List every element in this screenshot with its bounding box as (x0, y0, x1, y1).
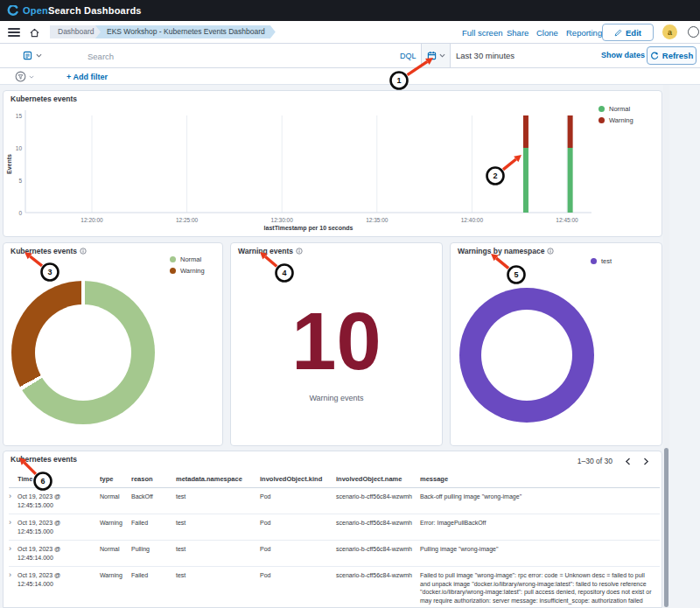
saved-query-menu[interactable] (23, 51, 42, 60)
chart-legend: NormalWarning (598, 105, 634, 124)
help-icon[interactable] (688, 26, 699, 38)
x-axis-title: lastTimestamp per 10 seconds (264, 225, 354, 232)
chevron-down-icon (29, 75, 34, 79)
column-header-type[interactable]: type (100, 471, 131, 488)
sort-descending-icon[interactable]: ▼ (34, 475, 38, 480)
x-tick-label: 12:20:00 (80, 217, 103, 223)
x-tick-label: 12:40:00 (461, 217, 484, 223)
expand-row-icon[interactable]: › (9, 570, 11, 579)
panel-kubernetes-events-timechart: Kubernetes events 12:20:0012:25:0012:30:… (3, 90, 662, 237)
info-icon[interactable] (547, 248, 554, 255)
bar-segment-normal[interactable] (568, 148, 573, 213)
column-header-metadata-namespace[interactable]: metadata.namespace (176, 471, 260, 488)
chart-legend: test (591, 257, 612, 265)
pencil-icon (614, 29, 622, 37)
expand-row-icon[interactable]: › (9, 518, 11, 527)
breadcrumb-current-dashboard[interactable]: EKS Workshop - Kubernetes Events Dashboa… (95, 25, 276, 38)
panel-title: Kubernetes events (10, 247, 77, 255)
legend-item-warning[interactable]: Warning (170, 267, 205, 275)
refresh-icon (650, 52, 659, 60)
cell-metadata-namespace: test (176, 567, 260, 608)
query-language-button[interactable]: DQL (400, 52, 416, 60)
metric-value: 10 (291, 306, 381, 376)
cell-message: Back-off pulling image "wrong-image" (420, 488, 660, 514)
reporting-link[interactable]: Reporting (566, 28, 602, 38)
x-tick-label: 12:30:00 (271, 217, 294, 223)
cell-metadata-namespace: test (176, 541, 260, 567)
chart-legend: NormalWarning (170, 255, 205, 275)
x-tick-label: 12:45:00 (556, 217, 578, 223)
column-header-involvedobject-name[interactable]: involvedObject.name (336, 471, 420, 488)
info-icon[interactable] (80, 248, 87, 255)
column-header-time[interactable]: Time▼ (18, 471, 100, 488)
metric-label: Warning events (309, 394, 363, 402)
panel-title: Warnings by namespace (458, 247, 544, 255)
cell-involvedobject-name: scenario-b-cff56c84-wzwmh (336, 488, 420, 514)
cell-involvedobject-kind: Pod (260, 488, 336, 514)
cell-time: Oct 19, 2023 @ 12:45:15.000 (18, 488, 100, 514)
legend-label: Warning (180, 267, 205, 275)
cell-type: Warning (100, 514, 131, 541)
previous-page-icon[interactable] (625, 458, 631, 465)
cell-involvedobject-name: scenario-b-cff56c84-wzwmh (336, 541, 420, 567)
show-dates-button[interactable]: Show dates (601, 51, 645, 59)
expand-row-icon[interactable]: › (9, 544, 11, 553)
bar-segment-warning[interactable] (568, 115, 573, 148)
calendar-icon (427, 51, 437, 60)
cell-time: Oct 19, 2023 @ 12:45:15.000 (18, 514, 100, 541)
expand-row-icon[interactable]: › (9, 492, 11, 500)
x-tick-label: 12:35:00 (366, 217, 388, 223)
full-screen-link[interactable]: Full screen (462, 28, 502, 38)
user-avatar[interactable]: a (662, 24, 677, 39)
column-header-message[interactable]: message (420, 471, 660, 488)
info-icon[interactable] (296, 248, 303, 255)
date-picker-button[interactable] (421, 44, 451, 67)
table-row: ›Oct 19, 2023 @ 12:45:14.000NormalPullin… (9, 541, 660, 567)
clone-link[interactable]: Clone (536, 28, 558, 38)
next-page-icon[interactable] (643, 458, 649, 465)
events-bar-chart[interactable]: 12:20:0012:25:0012:30:0012:35:0012:40:00… (4, 91, 662, 236)
events-table: Time▼typereasonmetadata.namespaceinvolve… (9, 471, 660, 608)
bar-segment-normal[interactable] (523, 148, 528, 213)
menu-hamburger-icon[interactable] (8, 28, 20, 37)
opensearch-logo[interactable]: OpenSearch Dashboards (7, 5, 142, 17)
legend-label: Warning (609, 116, 634, 124)
column-header-involvedobject-kind[interactable]: involvedObject.kind (260, 471, 336, 488)
dashboard-viewport: Kubernetes events 12:20:0012:25:0012:30:… (0, 85, 700, 608)
legend-label: test (601, 257, 612, 265)
home-icon[interactable] (29, 26, 40, 42)
legend-item-normal[interactable]: Normal (598, 105, 634, 113)
scrollbar-thumb[interactable] (664, 448, 668, 607)
y-tick-label: 0 (18, 210, 22, 216)
bar-segment-warning[interactable] (523, 115, 528, 148)
legend-item-normal[interactable]: Normal (170, 255, 205, 263)
legend-dot (598, 117, 605, 123)
filter-menu[interactable] (15, 71, 34, 82)
edit-button[interactable]: Edit (602, 24, 654, 41)
x-tick-label: 12:25:00 (176, 217, 199, 223)
breadcrumb-dashboard[interactable]: Dashboard (50, 25, 105, 38)
legend-label: Normal (180, 255, 201, 263)
cell-metadata-namespace: test (176, 488, 260, 514)
search-input[interactable] (88, 47, 376, 65)
panel-warning-events-metric: Warning events 10 Warning events (230, 242, 443, 446)
legend-dot (170, 256, 176, 262)
y-tick-label: 15 (16, 113, 23, 119)
panel-title: Warning events (238, 247, 293, 255)
cell-message: Error: ImagePullBackOff (420, 514, 660, 541)
panel-title: Kubernetes events (10, 94, 77, 103)
time-range-value[interactable]: Last 30 minutes (456, 51, 514, 60)
opensearch-logo-icon (7, 5, 18, 17)
panel-title-wrap: Warning events (238, 247, 303, 255)
legend-dot (598, 106, 605, 112)
refresh-button[interactable]: Refresh (647, 46, 696, 65)
legend-item-test[interactable]: test (591, 257, 612, 265)
cell-involvedobject-name: scenario-b-cff56c84-wzwmh (336, 567, 420, 608)
cell-involvedobject-name: scenario-b-cff56c84-wzwmh (336, 514, 420, 541)
share-link[interactable]: Share (507, 28, 528, 38)
column-header-reason[interactable]: reason (131, 471, 176, 488)
legend-item-warning[interactable]: Warning (598, 116, 634, 124)
legend-dot (591, 258, 597, 264)
cell-type: Normal (100, 488, 131, 514)
add-filter-button[interactable]: + Add filter (66, 73, 108, 81)
